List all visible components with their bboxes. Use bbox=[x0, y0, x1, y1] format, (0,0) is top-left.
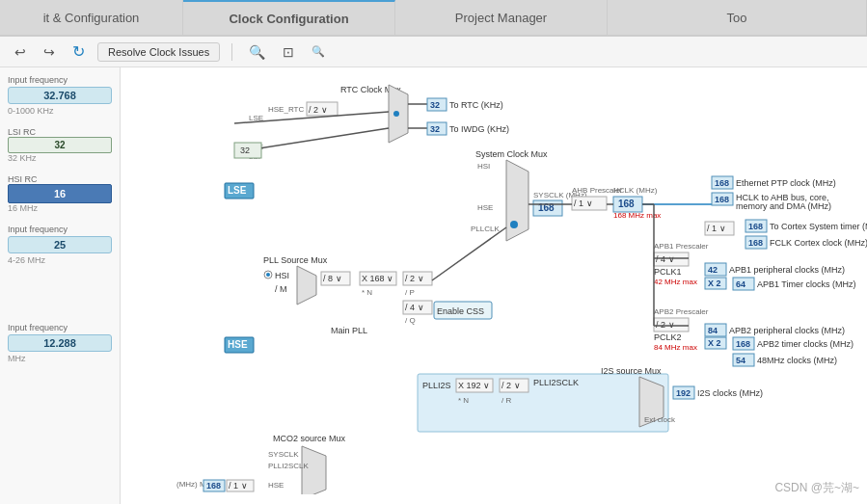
hse-comp-label: HSE bbox=[228, 339, 248, 350]
resolve-clock-issues-button[interactable]: Resolve Clock Issues bbox=[97, 42, 220, 62]
watermark: CSDN @芫~湖~ bbox=[774, 480, 859, 496]
hsi-mux-label: HSI bbox=[477, 162, 490, 171]
lse-line-label: LSE bbox=[249, 114, 263, 122]
hse-freq-label: Input frequency bbox=[8, 225, 112, 234]
lsi-section: LSI RC 32 32 KHz bbox=[8, 127, 112, 163]
hsi-pll-radio-dot bbox=[266, 273, 270, 277]
hsi-pll-label: HSI bbox=[275, 271, 289, 280]
hse-div2-label: / 2 ∨ bbox=[309, 105, 328, 115]
hse-freq-value[interactable]: 25 bbox=[8, 236, 112, 253]
fclk-value: 168 bbox=[748, 238, 763, 248]
hse-pll-div-label: / M bbox=[275, 284, 287, 294]
cortex-label: To Cortex System timer (MHz) bbox=[770, 222, 867, 231]
sidebar: Input frequency 32.768 0-1000 KHz LSI RC… bbox=[0, 67, 121, 504]
lsi-unit: 32 KHz bbox=[8, 153, 112, 163]
plli2s-freq-value[interactable]: 12.288 bbox=[8, 334, 112, 352]
zoom-fit-button[interactable]: ⊡ bbox=[278, 42, 299, 62]
fclk-label: FCLK Cortex clock (MHz) bbox=[770, 238, 867, 248]
cortex-div-label: / 1 ∨ bbox=[707, 224, 726, 233]
lse-freq-label: Input frequency bbox=[8, 75, 112, 85]
apb1-prescaler-label: APB1 Prescaler bbox=[654, 242, 709, 251]
tab-audit-label: it & Configuration bbox=[43, 11, 140, 25]
enable-css-label: Enable CSS bbox=[437, 306, 484, 316]
clock-diagram-svg: RTC Clock Mux HSE_RTC / 2 ∨ LSE LSE LSI … bbox=[128, 75, 867, 494]
tab-tools[interactable]: Too bbox=[608, 0, 867, 35]
pll-q-label: / Q bbox=[405, 316, 416, 325]
rtc-mux-selector[interactable] bbox=[393, 111, 399, 117]
rtc-value: 32 bbox=[430, 100, 440, 110]
pclk1-label: PCLK1 bbox=[654, 267, 682, 277]
pll-source-mux-box[interactable] bbox=[297, 266, 316, 305]
pclk2-max: 84 MHz max bbox=[654, 343, 697, 352]
tab-clock[interactable]: Clock Configuration bbox=[183, 0, 395, 35]
eth-ptp-label: Ethernet PTP clock (MHz) bbox=[736, 178, 836, 188]
hse-freq-range: 4-26 MHz bbox=[8, 255, 112, 265]
pll-n-asterisk: * N bbox=[362, 288, 372, 297]
top-tab-bar: it & Configuration Clock Configuration P… bbox=[0, 0, 867, 37]
i2s-clocks-label: I2S clocks (MHz) bbox=[697, 388, 763, 398]
hsi-label: HSI RC bbox=[8, 174, 112, 184]
eth-ptp-value: 168 bbox=[715, 178, 729, 188]
apb1-x2-label: X 2 bbox=[708, 279, 721, 288]
i2s-value: 192 bbox=[676, 388, 691, 398]
hclk-ahb-value: 168 bbox=[715, 195, 729, 204]
tab-clock-label: Clock Configuration bbox=[229, 12, 348, 26]
pllclk-label: PLLCLK bbox=[471, 225, 500, 233]
tab-project[interactable]: Project Manager bbox=[395, 0, 608, 35]
main-area: Input frequency 32.768 0-1000 KHz LSI RC… bbox=[0, 67, 867, 504]
plli2sclk-mco-label: PLLI2SCLK bbox=[268, 462, 309, 470]
hse-mux-label: HSE bbox=[477, 203, 493, 212]
hse-mco-label: HSE bbox=[268, 481, 284, 490]
apb1-peri-value: 42 bbox=[708, 265, 718, 275]
sysclk-mux-selector[interactable] bbox=[510, 221, 518, 228]
to-iwdg-label: To IWDG (KHz) bbox=[449, 124, 509, 134]
lse-comp-label: LSE bbox=[228, 185, 247, 196]
plli2s-div2-label: / 2 ∨ bbox=[501, 381, 521, 390]
plli2s-freq-section: Input frequency 12.288 MHz bbox=[8, 323, 112, 363]
apb2-timer-value: 168 bbox=[736, 339, 750, 349]
lse-freq-value[interactable]: 32.768 bbox=[8, 87, 112, 104]
ext-clock-label: Ext clock bbox=[644, 415, 676, 424]
pll-div2-label: / 2 ∨ bbox=[405, 274, 424, 283]
plli2s-label: PLLI2S bbox=[422, 381, 451, 390]
lse-section: Input frequency 32.768 0-1000 KHz bbox=[8, 75, 112, 116]
pclk2-label: PCLK2 bbox=[654, 332, 682, 342]
undo-button[interactable]: ↩ bbox=[10, 42, 31, 62]
apb2-prescaler-label: APB2 Prescaler bbox=[654, 307, 709, 316]
apb2-timer-label: APB2 timer clocks (MHz) bbox=[757, 339, 853, 349]
hsi-section: HSI RC 16 16 MHz bbox=[8, 174, 112, 213]
tab-audit[interactable]: it & Configuration bbox=[0, 0, 183, 35]
zoom-out-button[interactable]: 🔍 bbox=[307, 43, 330, 60]
mco2-div-label: / 1 ∨ bbox=[229, 481, 248, 491]
hsi-box[interactable]: 16 bbox=[8, 184, 112, 203]
apb1-timer-label: APB1 Timer clocks (MHz) bbox=[757, 279, 856, 289]
separator bbox=[231, 43, 232, 61]
mco2-mux-label: MCO2 source Mux bbox=[273, 434, 346, 443]
48mhz-label: 48MHz clocks (MHz) bbox=[757, 356, 837, 365]
sysclk-mux-label: System Clock Mux bbox=[475, 149, 548, 159]
hclk-value: 168 bbox=[618, 199, 635, 209]
tab-tools-label: Too bbox=[727, 11, 747, 25]
to-rtc-label: To RTC (KHz) bbox=[449, 100, 503, 110]
pll-p-label: / P bbox=[405, 288, 415, 297]
sysclk-mux-box[interactable] bbox=[506, 160, 528, 241]
lse-freq-range: 0-1000 KHz bbox=[8, 106, 112, 116]
redo-button[interactable]: ↪ bbox=[39, 42, 60, 62]
tab-project-label: Project Manager bbox=[455, 11, 547, 25]
48mhz-value: 54 bbox=[736, 356, 745, 365]
mco2-mux-box[interactable] bbox=[302, 446, 326, 494]
pll-source-mux-label: PLL Source Mux bbox=[263, 255, 328, 265]
apb1-div-label: / 4 ∨ bbox=[656, 254, 675, 264]
plli2s-n-label: * N bbox=[458, 396, 469, 405]
i2s-source-mux-label: I2S source Mux bbox=[601, 366, 662, 376]
main-pll-label: Main PLL bbox=[331, 326, 367, 335]
plli2s-freq-label: Input frequency bbox=[8, 323, 112, 332]
zoom-in-button[interactable]: 🔍 bbox=[244, 42, 270, 62]
iwdg-value: 32 bbox=[430, 124, 440, 134]
hsi-unit: 16 MHz bbox=[8, 203, 112, 213]
hclk-ahb-label2: memory and DMA (MHz) bbox=[736, 201, 831, 211]
hse-rtc-label: HSE_RTC bbox=[268, 105, 304, 114]
hclk-label: HCLK (MHz) bbox=[613, 186, 658, 195]
refresh-button[interactable]: ↻ bbox=[68, 40, 90, 63]
pll-div4-label: / 4 ∨ bbox=[405, 303, 424, 312]
